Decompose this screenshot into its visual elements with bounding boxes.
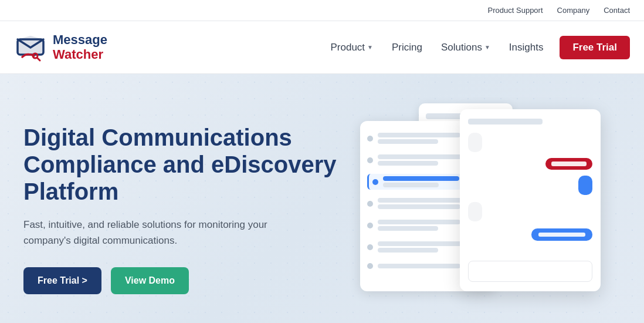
mock-dot [367,223,373,228]
mock-chat-input [468,261,592,282]
hero-buttons: Free Trial > View Demo [23,267,346,294]
mock-chat-view [460,109,601,291]
mock-dot-blue [372,179,378,185]
mock-dot [367,157,373,163]
hero-section: Digital Communications Compliance and eD… [0,74,644,323]
mock-chat-received-group [468,202,592,221]
mock-dot [367,201,373,207]
logo-text: Message Watcher [53,33,107,61]
mock-chat-bubble-received [468,133,482,152]
main-nav: Message Watcher Product ▼ Pricing Soluti… [0,21,644,74]
contact-link[interactable]: Contact [604,6,630,15]
hero-heading: Digital Communications Compliance and eD… [23,124,346,205]
chevron-down-icon: ▼ [367,44,373,51]
mock-dot [367,136,373,142]
mock-bubble-end [468,228,592,241]
product-support-link[interactable]: Product Support [488,6,543,15]
mock-ui-container [360,109,606,309]
hero-view-demo-button[interactable]: View Demo [111,267,189,294]
nav-solutions[interactable]: Solutions ▼ [433,37,499,58]
nav-pricing[interactable]: Pricing [384,37,431,58]
nav-links: Product ▼ Pricing Solutions ▼ Insights F… [322,36,630,59]
hero-content: Digital Communications Compliance and eD… [23,124,346,294]
nav-insights[interactable]: Insights [501,37,552,58]
hero-subheading: Fast, intuitive, and reliable solutions … [23,217,305,248]
nav-free-trial-button[interactable]: Free Trial [560,36,630,59]
chevron-down-icon: ▼ [484,44,490,51]
hero-illustration [346,97,621,321]
utility-bar: Product Support Company Contact [0,0,644,21]
company-link[interactable]: Company [557,6,590,15]
mock-chat-bubble-sent-red [545,158,592,170]
mock-chat-header [468,119,543,125]
mock-chat-bubble-sent-blue [578,176,592,195]
mock-bubble-group [468,158,592,170]
mock-dot [367,263,373,269]
mock-chat-bubble-received-2 [468,202,482,221]
mock-chat-bubble-sent-blue-2 [531,228,592,241]
nav-product[interactable]: Product ▼ [322,37,381,58]
svg-line-2 [37,58,40,60]
mock-dot [367,244,373,250]
hero-free-trial-button[interactable]: Free Trial > [23,267,101,294]
logo-icon [14,31,47,64]
logo-link[interactable]: Message Watcher [14,31,107,64]
